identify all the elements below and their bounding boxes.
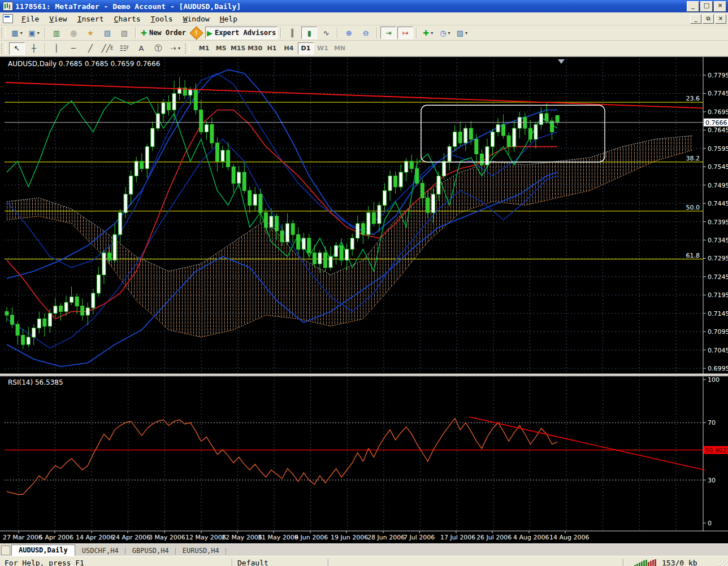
chart-tab-usdchf[interactable]: USDCHF,H4 (75, 546, 125, 556)
toolbar-grip[interactable] (1, 43, 6, 54)
toolbar-grip[interactable] (185, 43, 190, 54)
profiles-button[interactable]: ▣▾ (26, 27, 42, 39)
alert-icon[interactable]: ! (189, 26, 203, 40)
mdi-restore-button[interactable]: ⧉ (703, 14, 714, 24)
expert-advisors-button[interactable]: ▶Expert Advisors (205, 27, 278, 39)
rsi-level-label: 50.9025 (705, 447, 728, 454)
zoom-in-button[interactable]: ⊕ (341, 27, 357, 39)
periods-button[interactable]: ◷▾ (437, 27, 453, 39)
data-window-button[interactable]: ◎ (66, 27, 81, 39)
crosshair-tool[interactable]: ┼ (26, 42, 42, 55)
period-m15-button[interactable]: M15 (230, 42, 246, 54)
indicators-button[interactable]: ✚▾ (420, 27, 436, 39)
price-axis-label: 0.7595 (708, 145, 728, 153)
auto-scroll-button[interactable]: ⇥ (380, 27, 396, 39)
fibo-level-label: 61.8 (686, 252, 700, 259)
line-chart-icon: ∿ (323, 29, 330, 37)
templates-button[interactable]: ▨▾ (454, 27, 470, 39)
channel-tool[interactable]: ╱╱E (99, 42, 115, 55)
date-axis-label: 9 Jun 2006 (294, 534, 328, 541)
arrows-tool[interactable]: ⇢▾ (167, 42, 183, 55)
navigator-button[interactable]: ★ (83, 27, 98, 39)
price-axis-label: 0.7495 (708, 182, 728, 189)
mdi-close-button[interactable]: × (715, 14, 726, 24)
menu-view[interactable]: View (44, 13, 72, 25)
period-m30-button[interactable]: M30 (247, 42, 263, 54)
chart-tabs-bar: AUDUSD,DailyUSDCHF,H4GBPUSD,H4EURUSD,H4 (0, 543, 728, 556)
fibo-level-label: 38.2 (686, 155, 700, 162)
date-axis-label: 27 Mar 2006 (3, 534, 42, 541)
date-axis-label: 5 Apr 2006 (39, 534, 73, 541)
chart-tab-gbpusd[interactable]: GBPUSD,H4 (125, 546, 176, 556)
close-button[interactable]: × (714, 1, 726, 12)
mdi-minimize-button[interactable]: _ (690, 14, 701, 24)
dropdown-arrow-icon[interactable]: ▾ (448, 31, 450, 36)
trendline-tool[interactable]: ╱ (83, 42, 98, 55)
pane-splitter[interactable] (0, 374, 728, 376)
menu-window[interactable]: Window (178, 13, 215, 25)
date-axis-label: 31 May 2006 (258, 534, 298, 541)
dropdown-arrow-icon[interactable]: ▾ (431, 31, 433, 36)
market-watch-button[interactable]: ▥ (49, 27, 64, 39)
dropdown-arrow-icon[interactable]: ▾ (37, 31, 40, 36)
toolbar-separator (45, 43, 46, 54)
period-m1-button[interactable]: M1 (196, 42, 212, 54)
terminal-button[interactable]: ▤ (99, 27, 115, 39)
crosshair-icon: ┼ (32, 44, 36, 53)
chart-tab-eurusd[interactable]: EURUSD,H4 (176, 546, 226, 556)
status-profile[interactable]: Default (233, 559, 328, 566)
tab-scroll-button[interactable] (1, 546, 10, 555)
period-m5-button[interactable]: M5 (213, 42, 229, 54)
menu-charts[interactable]: Charts (109, 13, 146, 25)
line-chart-button[interactable]: ∿ (318, 27, 334, 39)
date-axis-label: 19 Jun 2006 (331, 534, 368, 541)
date-axis-label: 12 May 2006 (185, 534, 226, 541)
text-label-tool[interactable]: Ⓣ (150, 42, 166, 55)
indicators-icon: ✚ (423, 29, 429, 37)
menu-insert[interactable]: Insert (72, 13, 109, 25)
chart-tab-audusd[interactable]: AUDUSD,Daily (11, 545, 75, 556)
expert-advisors-button-label: Expert Advisors (215, 29, 276, 37)
new-order-button[interactable]: ✚New Order (139, 27, 188, 39)
strategy-tester-button[interactable]: ▧ (116, 27, 132, 39)
market-watch-icon: ▥ (53, 29, 60, 37)
dropdown-arrow-icon[interactable]: ▾ (20, 31, 23, 36)
chart-window[interactable]: 23.638.250.061.8AUDUSD,Daily 0.7685 0.76… (0, 56, 728, 543)
data-window-icon: ◎ (70, 29, 76, 37)
standard-toolbar: ▦▾▣▾▥◎★▤▧✚New Order!▶Expert Advisors║▮∿⊕… (0, 25, 728, 41)
cursor-tool[interactable]: ↖ (9, 42, 25, 55)
maximize-button[interactable]: □ (700, 1, 713, 12)
bar-chart-button[interactable]: ║ (284, 27, 300, 39)
zoom-out-button[interactable]: ⊖ (358, 27, 374, 39)
text-tool[interactable]: A (133, 42, 149, 55)
period-mn-button[interactable]: MN (332, 42, 348, 54)
period-d1-button[interactable]: D1 (298, 42, 314, 54)
period-w1-button[interactable]: W1 (315, 42, 331, 54)
fibonacci-tool[interactable]: ☷F (116, 42, 132, 55)
horizontal-line-icon: ─ (71, 44, 76, 53)
profiles-icon: ▣ (28, 29, 35, 37)
vertical-line-tool[interactable]: │ (49, 42, 64, 55)
price-axis-label: 0.7245 (708, 273, 728, 281)
horizontal-line-tool[interactable]: ─ (66, 42, 81, 55)
new-order-icon: ✚ (141, 29, 147, 37)
strategy-tester-icon: ▧ (121, 29, 128, 37)
menu-file[interactable]: File (16, 13, 44, 25)
status-bar: For Help, press F1 Default 153/0 kb (0, 556, 728, 566)
new-chart-button[interactable]: ▦▾ (9, 27, 25, 39)
chart-shift-button[interactable]: ↦ (397, 27, 413, 39)
period-h4-button[interactable]: H4 (281, 42, 297, 54)
chart-mdi-icon[interactable] (3, 14, 13, 23)
menu-help[interactable]: Help (215, 13, 242, 25)
dropdown-arrow-icon[interactable]: ▾ (178, 46, 180, 51)
minimize-button[interactable]: _ (687, 1, 699, 12)
period-h1-button[interactable]: H1 (264, 42, 280, 54)
chart-ohlc-header: AUDUSD,Daily 0.7685 0.7685 0.7659 0.7666 (8, 60, 160, 68)
toolbar-separator (135, 27, 136, 38)
fibonacci-icon: ☷ (120, 44, 127, 53)
toolbar-grip[interactable] (1, 28, 6, 38)
candlestick-chart-button[interactable]: ▮ (301, 27, 317, 39)
menu-tools[interactable]: Tools (146, 13, 178, 25)
dropdown-arrow-icon[interactable]: ▾ (465, 31, 467, 36)
resize-grip[interactable] (719, 560, 727, 566)
